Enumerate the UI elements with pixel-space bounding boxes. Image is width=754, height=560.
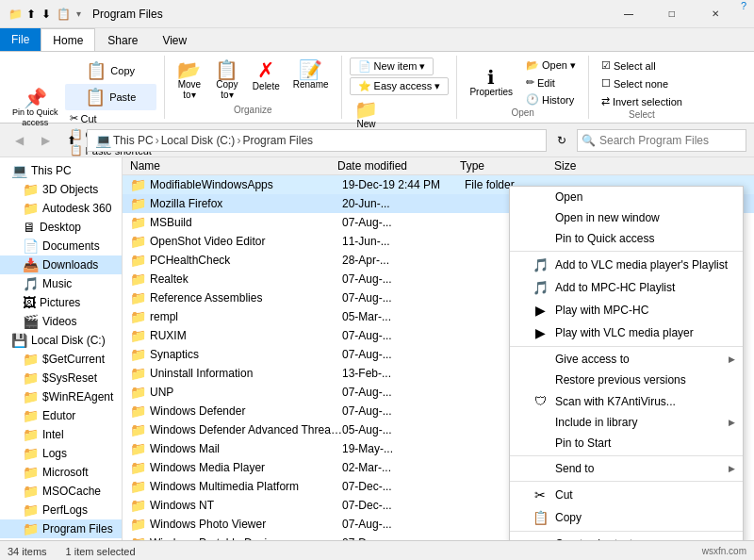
paste-button[interactable]: 📋 Paste xyxy=(65,84,156,110)
file-icon: 📁 xyxy=(130,272,146,287)
ctx-restore-previous[interactable]: Restore previous versions xyxy=(510,370,743,390)
col-header-type[interactable]: Type xyxy=(460,159,554,173)
ctx-sep-5 xyxy=(510,531,743,532)
file-name: MSBuild xyxy=(150,216,342,229)
sidebar-item-program-files[interactable]: 📁 Program Files xyxy=(0,519,122,538)
tab-share[interactable]: Share xyxy=(95,28,150,51)
ctx-create-shortcut[interactable]: Create shortcut xyxy=(510,534,743,540)
search-box[interactable]: 🔍 xyxy=(577,129,746,152)
ctx-vlc-playlist[interactable]: 🎵 Add to VLC media player's Playlist xyxy=(510,254,743,276)
ctx-play-mpc[interactable]: ▶ Play with MPC-HC xyxy=(510,299,743,321)
ctx-play-vlc[interactable]: ▶ Play with VLC media player xyxy=(510,321,743,344)
ctx-sep-3 xyxy=(510,455,743,456)
select-all-button[interactable]: ☑ Select all xyxy=(597,58,661,74)
sidebar-label-msocache: MSOCache xyxy=(42,485,101,498)
forward-button[interactable]: ▶ xyxy=(34,129,57,152)
maximize-button[interactable]: □ xyxy=(650,0,694,28)
search-input[interactable] xyxy=(599,134,742,147)
ctx-mpc-playlist[interactable]: 🎵 Add to MPC-HC Playlist xyxy=(510,276,743,299)
ctx-open-new-label: Open in new window xyxy=(555,211,660,224)
sidebar-item-3d-objects[interactable]: 📁 3D Objects xyxy=(0,180,122,199)
bc-local-disk[interactable]: Local Disk (C:) xyxy=(161,134,236,147)
organize-label: Organize xyxy=(234,105,272,117)
up-button[interactable]: ⬆ xyxy=(60,129,83,152)
file-icon: 📁 xyxy=(130,234,146,249)
ctx-copy[interactable]: 📋 Copy xyxy=(510,506,743,529)
sidebar-item-sysreset[interactable]: 📁 $SysReset xyxy=(0,369,122,387)
ctx-open-new-window[interactable]: Open in new window xyxy=(510,207,743,228)
sidebar-item-winreagent[interactable]: 📁 $WinREAgent xyxy=(0,387,122,406)
open-button[interactable]: 📂 Open ▾ xyxy=(521,58,581,74)
tab-home[interactable]: Home xyxy=(41,28,95,51)
ctx-send-to[interactable]: Send to xyxy=(510,458,743,479)
file-list: Name Date modified Type Size 📁 Modifiabl… xyxy=(123,157,754,540)
sidebar-item-getcurrent[interactable]: 📁 $GetCurrent xyxy=(0,350,122,369)
properties-button[interactable]: ℹ Properties xyxy=(465,58,517,107)
file-date: 28-Apr-... xyxy=(342,254,465,267)
sidebar-item-pictures[interactable]: 🖼 Pictures xyxy=(0,293,122,312)
delete-button[interactable]: ✗ Delete xyxy=(248,58,285,94)
sidebar-label-videos: Videos xyxy=(42,315,76,328)
select-label: Select xyxy=(629,109,655,122)
col-header-name[interactable]: Name xyxy=(130,159,337,173)
ctx-pin-start[interactable]: Pin to Start xyxy=(510,433,743,453)
bc-this-pc[interactable]: This PC xyxy=(113,134,154,147)
ctx-pin-quick-access[interactable]: Pin to Quick access xyxy=(510,228,743,249)
edit-button[interactable]: ✏ Edit xyxy=(521,74,581,91)
ribbon-group-organize: 📂 Moveto▾ 📋 Copyto▾ ✗ Delete 📝 Rename Or… xyxy=(165,56,342,119)
sidebar-label-downloads: Downloads xyxy=(42,258,98,272)
copy-button[interactable]: 📋 Copy xyxy=(65,58,156,84)
history-button[interactable]: 🕐 History xyxy=(521,91,581,107)
easy-access-button[interactable]: ⭐ Easy access ▾ xyxy=(350,77,450,95)
sidebar-item-microsoft[interactable]: 📁 Microsoft xyxy=(0,463,122,482)
file-icon: 📁 xyxy=(130,328,146,343)
sidebar-item-videos[interactable]: 🎬 Videos xyxy=(0,312,122,331)
ctx-cut[interactable]: ✂ Cut xyxy=(510,484,743,506)
select-all-icon: ☑ xyxy=(601,59,611,72)
sidebar-item-downloads[interactable]: 📥 Downloads xyxy=(0,255,122,274)
col-header-date[interactable]: Date modified xyxy=(337,159,460,173)
sidebar-item-intel[interactable]: 📁 Intel xyxy=(0,425,122,444)
bc-program-files[interactable]: Program Files xyxy=(242,134,313,147)
cut-button[interactable]: ✂ Cut xyxy=(65,110,156,126)
refresh-button[interactable]: ↻ xyxy=(550,129,573,152)
copy-icon: 📋 xyxy=(86,60,107,81)
tab-file[interactable]: File xyxy=(0,28,41,51)
ctx-give-access[interactable]: Give access to xyxy=(510,349,743,370)
copy-to-button[interactable]: 📋 Copyto▾ xyxy=(210,58,244,103)
rename-button[interactable]: 📝 Rename xyxy=(288,58,334,92)
sidebar-item-documents[interactable]: 📄 Documents xyxy=(0,237,122,255)
3d-objects-icon: 📁 xyxy=(23,182,39,197)
file-date: 07-Dec-... xyxy=(342,536,465,540)
organize-group-content: 📂 Moveto▾ 📋 Copyto▾ ✗ Delete 📝 Rename xyxy=(172,58,334,105)
close-button[interactable]: ✕ xyxy=(694,0,737,28)
pictures-icon: 🖼 xyxy=(23,295,36,310)
ctx-scan-label: Scan with K7AntiVirus... xyxy=(555,395,676,408)
invert-selection-button[interactable]: ⇄ Invert selection xyxy=(597,93,687,109)
sidebar-item-msocache[interactable]: 📁 MSOCache xyxy=(0,482,122,501)
sidebar-item-edutor[interactable]: 📁 Edutor xyxy=(0,406,122,425)
file-date: 02-Mar-... xyxy=(342,461,465,474)
col-header-size[interactable]: Size xyxy=(554,159,630,173)
back-button[interactable]: ◀ xyxy=(8,129,30,152)
ctx-include-library[interactable]: Include in library xyxy=(510,412,743,433)
file-name: Windows Mail xyxy=(150,442,342,455)
ctx-scan-k7[interactable]: 🛡 Scan with K7AntiVirus... xyxy=(510,390,743,412)
address-input[interactable]: 💻 This PC › Local Disk (C:) › Program Fi… xyxy=(87,129,547,152)
sidebar-item-this-pc[interactable]: 💻 This PC xyxy=(0,161,122,180)
window-title: Program Files xyxy=(85,8,163,21)
tab-view[interactable]: View xyxy=(150,28,199,51)
sidebar-item-local-disk[interactable]: 💾 Local Disk (C:) xyxy=(0,331,122,350)
sidebar-item-autodesk[interactable]: 📁 Autodesk 360 xyxy=(0,199,122,218)
minimize-button[interactable]: — xyxy=(607,0,650,28)
sidebar-item-music[interactable]: 🎵 Music xyxy=(0,274,122,293)
sidebar-item-desktop[interactable]: 🖥 Desktop xyxy=(0,218,122,237)
ctx-open[interactable]: Open xyxy=(510,187,743,207)
help-button[interactable]: ? xyxy=(741,0,746,28)
select-none-icon: ☐ xyxy=(601,77,611,90)
sidebar-item-perflogs[interactable]: 📁 PerfLogs xyxy=(0,501,122,519)
new-item-button[interactable]: 📄 New item ▾ xyxy=(350,58,434,75)
select-none-button[interactable]: ☐ Select none xyxy=(597,75,673,91)
sidebar-item-logs[interactable]: 📁 Logs xyxy=(0,444,122,463)
move-to-button[interactable]: 📂 Moveto▾ xyxy=(172,58,206,103)
